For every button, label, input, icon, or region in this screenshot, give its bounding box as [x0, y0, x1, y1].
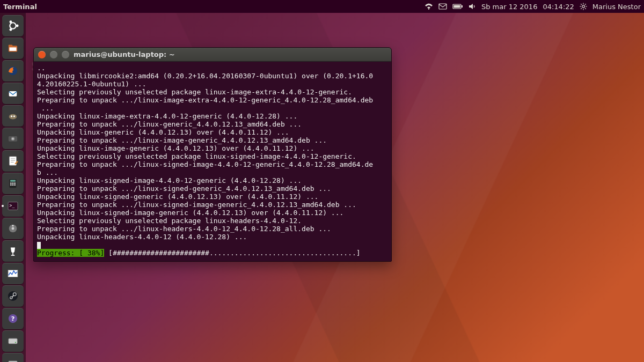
- svg-rect-46: [11, 255, 15, 256]
- launcher-help[interactable]: ?: [1, 308, 25, 329]
- volume-icon[interactable]: [469, 3, 476, 10]
- svg-point-17: [10, 28, 12, 31]
- svg-point-15: [16, 25, 19, 27]
- window-close-button[interactable]: [38, 51, 46, 58]
- svg-text:>_: >_: [10, 203, 15, 208]
- mail-icon[interactable]: [438, 3, 447, 10]
- svg-rect-20: [10, 47, 17, 51]
- svg-rect-39: [12, 184, 13, 186]
- svg-rect-34: [10, 180, 16, 182]
- svg-rect-4: [462, 5, 463, 8]
- svg-point-0: [428, 9, 429, 10]
- launcher-wine[interactable]: [1, 240, 25, 262]
- svg-rect-1: [439, 4, 447, 9]
- svg-rect-35: [10, 182, 11, 183]
- svg-rect-40: [14, 184, 15, 186]
- clock-time[interactable]: 04:14:22: [543, 3, 574, 11]
- svg-rect-3: [453, 5, 460, 8]
- launcher-disk-1[interactable]: [1, 330, 25, 352]
- launcher-disk-2[interactable]: [1, 353, 25, 362]
- window-maximize-button[interactable]: [62, 51, 69, 58]
- svg-rect-19: [9, 45, 12, 47]
- unity-launcher: >_ ?: [0, 13, 26, 362]
- launcher-firefox[interactable]: [1, 60, 25, 82]
- svg-point-55: [15, 342, 16, 343]
- svg-point-25: [13, 115, 15, 117]
- active-app-title: Terminal: [3, 3, 37, 11]
- svg-rect-45: [12, 253, 13, 255]
- settings-gear-icon[interactable]: [580, 3, 587, 10]
- terminal-title: marius@ubuntu-laptop: ~: [74, 50, 175, 58]
- launcher-gedit[interactable]: [1, 150, 25, 172]
- svg-rect-54: [9, 338, 17, 344]
- svg-point-28: [12, 138, 13, 139]
- svg-point-23: [9, 114, 17, 120]
- launcher-files[interactable]: [1, 38, 25, 59]
- running-pip-icon: [2, 205, 4, 207]
- progress-label: Progress: [ 38%]: [37, 249, 104, 257]
- top-panel: Terminal Sb mar 12 2016 04:14:22 Marius …: [0, 0, 644, 13]
- svg-rect-36: [12, 182, 13, 183]
- terminal-output: .. Unpacking libmircookie2:amd64 (0.20.2…: [37, 64, 388, 241]
- svg-point-14: [10, 23, 16, 28]
- svg-line-12: [585, 4, 586, 5]
- svg-point-5: [582, 5, 585, 8]
- terminal-window[interactable]: marius@ubuntu-laptop: ~ .. Unpacking lib…: [33, 47, 392, 262]
- svg-line-13: [581, 8, 582, 9]
- launcher-calculator[interactable]: [1, 173, 25, 194]
- network-icon[interactable]: [425, 3, 433, 10]
- progress-bar: [#######################................…: [104, 249, 364, 257]
- clock-date[interactable]: Sb mar 12 2016: [481, 3, 538, 11]
- svg-text:?: ?: [11, 315, 15, 322]
- battery-icon[interactable]: [452, 3, 463, 10]
- launcher-screenshot[interactable]: [1, 128, 25, 149]
- launcher-gimp[interactable]: [1, 105, 25, 127]
- svg-point-24: [11, 115, 12, 117]
- svg-rect-22: [9, 91, 17, 97]
- terminal-body[interactable]: .. Unpacking libmircookie2:amd64 (0.20.2…: [34, 62, 391, 261]
- svg-point-16: [10, 20, 12, 23]
- terminal-titlebar[interactable]: marius@ubuntu-laptop: ~: [34, 48, 391, 62]
- svg-line-10: [581, 4, 582, 5]
- launcher-usb-creator[interactable]: [1, 218, 25, 239]
- launcher-dash[interactable]: [1, 15, 25, 36]
- svg-rect-38: [10, 184, 11, 186]
- svg-line-11: [585, 8, 586, 9]
- svg-rect-37: [14, 182, 15, 183]
- launcher-system-monitor[interactable]: [1, 263, 25, 284]
- launcher-terminal[interactable]: >_: [1, 195, 25, 217]
- launcher-steam[interactable]: [1, 285, 25, 307]
- svg-point-44: [12, 227, 14, 230]
- terminal-cursor: [37, 242, 41, 249]
- session-user[interactable]: Marius Nestor: [592, 3, 641, 11]
- window-minimize-button[interactable]: [50, 51, 57, 58]
- launcher-thunderbird[interactable]: [1, 83, 25, 104]
